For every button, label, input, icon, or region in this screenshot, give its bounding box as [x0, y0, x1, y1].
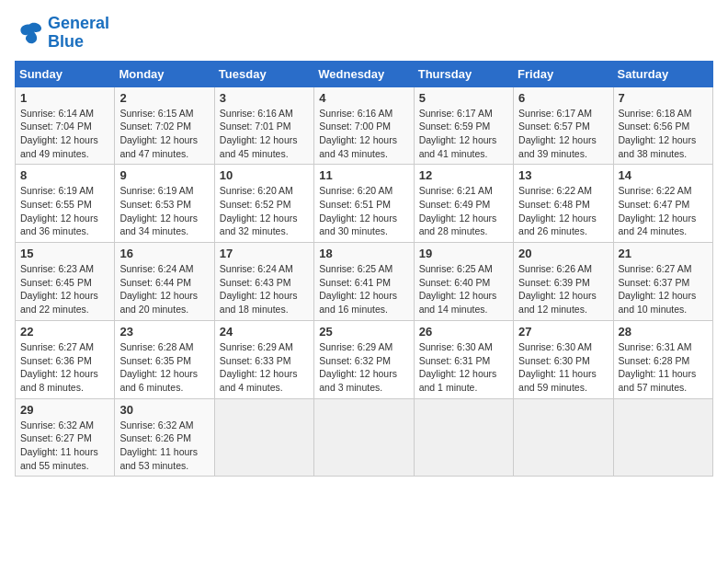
day-info: Sunrise: 6:14 AMSunset: 7:04 PMDaylight:…: [20, 107, 109, 161]
sunset-time: Sunset: 6:39 PM: [518, 277, 590, 288]
calendar-day-12: 12Sunrise: 6:21 AMSunset: 6:49 PMDayligh…: [414, 165, 513, 243]
daylight-hours: Daylight: 12 hours and 41 minutes.: [419, 134, 497, 159]
sunrise-time: Sunrise: 6:28 AM: [119, 341, 193, 352]
sunrise-time: Sunrise: 6:32 AM: [119, 419, 193, 431]
day-info: Sunrise: 6:27 AMSunset: 6:36 PMDaylight:…: [20, 340, 109, 395]
logo: GeneralBlue: [15, 15, 109, 52]
logo-text: GeneralBlue: [48, 15, 109, 52]
sunrise-time: Sunrise: 6:26 AM: [518, 263, 592, 274]
header-tuesday: Tuesday: [214, 61, 313, 86]
day-number: 7: [619, 91, 708, 105]
day-info: Sunrise: 6:16 AMSunset: 7:00 PMDaylight:…: [319, 107, 408, 161]
sunrise-time: Sunrise: 6:20 AM: [319, 185, 392, 196]
day-number: 11: [319, 168, 408, 182]
daylight-hours: Daylight: 12 hours and 20 minutes.: [119, 290, 198, 315]
daylight-hours: Daylight: 12 hours and 8 minutes.: [20, 368, 98, 393]
daylight-hours: Daylight: 12 hours and 30 minutes.: [319, 213, 397, 237]
daylight-hours: Daylight: 12 hours and 22 minutes.: [20, 290, 98, 315]
day-number: 2: [119, 91, 209, 105]
calendar-day-18: 18Sunrise: 6:25 AMSunset: 6:41 PMDayligh…: [314, 243, 414, 321]
sunset-time: Sunset: 6:44 PM: [119, 277, 191, 288]
day-info: Sunrise: 6:24 AMSunset: 6:44 PMDaylight:…: [119, 262, 209, 316]
calendar-day-9: 9Sunrise: 6:19 AMSunset: 6:53 PMDaylight…: [115, 165, 214, 243]
day-info: Sunrise: 6:24 AMSunset: 6:43 PMDaylight:…: [220, 262, 309, 316]
day-info: Sunrise: 6:32 AMSunset: 6:27 PMDaylight:…: [20, 419, 109, 473]
header-friday: Friday: [514, 61, 613, 86]
day-info: Sunrise: 6:29 AMSunset: 6:32 PMDaylight:…: [319, 340, 408, 395]
day-number: 19: [419, 247, 508, 260]
day-number: 15: [20, 247, 109, 260]
day-number: 14: [619, 168, 708, 182]
sunset-time: Sunset: 7:02 PM: [119, 121, 191, 132]
day-info: Sunrise: 6:31 AMSunset: 6:28 PMDaylight:…: [619, 340, 708, 395]
sunset-time: Sunset: 6:45 PM: [20, 277, 92, 288]
sunset-time: Sunset: 6:59 PM: [419, 121, 491, 132]
daylight-hours: Daylight: 12 hours and 26 minutes.: [518, 213, 597, 237]
calendar-week-row: 1Sunrise: 6:14 AMSunset: 7:04 PMDaylight…: [16, 86, 713, 165]
day-info: Sunrise: 6:20 AMSunset: 6:51 PMDaylight:…: [319, 184, 408, 238]
daylight-hours: Daylight: 12 hours and 3 minutes.: [319, 368, 397, 393]
day-info: Sunrise: 6:25 AMSunset: 6:40 PMDaylight:…: [419, 262, 508, 316]
calendar-empty-cell: [314, 398, 414, 477]
day-info: Sunrise: 6:16 AMSunset: 7:01 PMDaylight:…: [220, 107, 309, 161]
sunrise-time: Sunrise: 6:18 AM: [619, 108, 692, 119]
sunrise-time: Sunrise: 6:30 AM: [518, 341, 592, 352]
sunrise-time: Sunrise: 6:29 AM: [220, 341, 293, 352]
calendar-empty-cell: [613, 398, 712, 477]
calendar-day-16: 16Sunrise: 6:24 AMSunset: 6:44 PMDayligh…: [115, 243, 214, 321]
day-number: 24: [220, 325, 309, 339]
day-info: Sunrise: 6:27 AMSunset: 6:37 PMDaylight:…: [619, 262, 708, 316]
calendar-day-8: 8Sunrise: 6:19 AMSunset: 6:55 PMDaylight…: [16, 165, 115, 243]
day-info: Sunrise: 6:19 AMSunset: 6:53 PMDaylight:…: [119, 184, 209, 238]
day-number: 13: [518, 168, 608, 182]
day-info: Sunrise: 6:25 AMSunset: 6:41 PMDaylight:…: [319, 262, 408, 316]
daylight-hours: Daylight: 12 hours and 16 minutes.: [319, 290, 397, 315]
sunset-time: Sunset: 7:00 PM: [319, 121, 391, 132]
sunset-time: Sunset: 6:33 PM: [220, 355, 291, 366]
daylight-hours: Daylight: 11 hours and 53 minutes.: [119, 446, 198, 471]
sunrise-time: Sunrise: 6:29 AM: [319, 341, 392, 352]
sunset-time: Sunset: 6:51 PM: [319, 199, 391, 210]
calendar-day-1: 1Sunrise: 6:14 AMSunset: 7:04 PMDaylight…: [16, 86, 115, 165]
day-number: 6: [518, 91, 608, 105]
sunrise-time: Sunrise: 6:24 AM: [119, 263, 193, 274]
sunrise-time: Sunrise: 6:27 AM: [619, 263, 692, 274]
sunrise-time: Sunrise: 6:21 AM: [419, 185, 493, 196]
sunset-time: Sunset: 6:48 PM: [518, 199, 590, 210]
day-info: Sunrise: 6:29 AMSunset: 6:33 PMDaylight:…: [220, 340, 309, 395]
calendar-week-row: 29Sunrise: 6:32 AMSunset: 6:27 PMDayligh…: [16, 398, 713, 477]
sunset-time: Sunset: 6:40 PM: [419, 277, 491, 288]
sunset-time: Sunset: 6:56 PM: [619, 121, 690, 132]
day-number: 12: [419, 168, 508, 182]
logo-bird-icon: [15, 18, 44, 48]
daylight-hours: Daylight: 12 hours and 34 minutes.: [119, 213, 198, 237]
sunrise-time: Sunrise: 6:31 AM: [619, 341, 692, 352]
day-number: 10: [220, 168, 309, 182]
day-number: 28: [619, 325, 708, 339]
daylight-hours: Daylight: 11 hours and 57 minutes.: [619, 368, 697, 393]
sunrise-time: Sunrise: 6:19 AM: [119, 185, 193, 196]
calendar-day-15: 15Sunrise: 6:23 AMSunset: 6:45 PMDayligh…: [16, 243, 115, 321]
daylight-hours: Daylight: 12 hours and 32 minutes.: [220, 213, 298, 237]
day-number: 5: [419, 91, 508, 105]
sunset-time: Sunset: 6:28 PM: [619, 355, 690, 366]
sunrise-time: Sunrise: 6:27 AM: [20, 341, 94, 352]
sunset-time: Sunset: 6:41 PM: [319, 277, 391, 288]
day-number: 29: [20, 403, 109, 417]
sunset-time: Sunset: 6:26 PM: [119, 432, 191, 443]
daylight-hours: Daylight: 12 hours and 39 minutes.: [518, 134, 597, 159]
sunset-time: Sunset: 6:57 PM: [518, 121, 590, 132]
sunset-time: Sunset: 6:49 PM: [419, 199, 491, 210]
calendar-day-14: 14Sunrise: 6:22 AMSunset: 6:47 PMDayligh…: [613, 165, 712, 243]
sunrise-time: Sunrise: 6:17 AM: [419, 108, 493, 119]
sunset-time: Sunset: 6:37 PM: [619, 277, 690, 288]
calendar-day-23: 23Sunrise: 6:28 AMSunset: 6:35 PMDayligh…: [115, 320, 214, 398]
daylight-hours: Daylight: 12 hours and 36 minutes.: [20, 213, 98, 237]
day-number: 21: [619, 247, 708, 260]
day-info: Sunrise: 6:18 AMSunset: 6:56 PMDaylight:…: [619, 107, 708, 161]
day-number: 20: [518, 247, 608, 260]
calendar-day-29: 29Sunrise: 6:32 AMSunset: 6:27 PMDayligh…: [16, 398, 115, 477]
header-monday: Monday: [115, 61, 214, 86]
sunrise-time: Sunrise: 6:32 AM: [20, 419, 94, 431]
calendar-day-7: 7Sunrise: 6:18 AMSunset: 6:56 PMDaylight…: [613, 86, 712, 165]
